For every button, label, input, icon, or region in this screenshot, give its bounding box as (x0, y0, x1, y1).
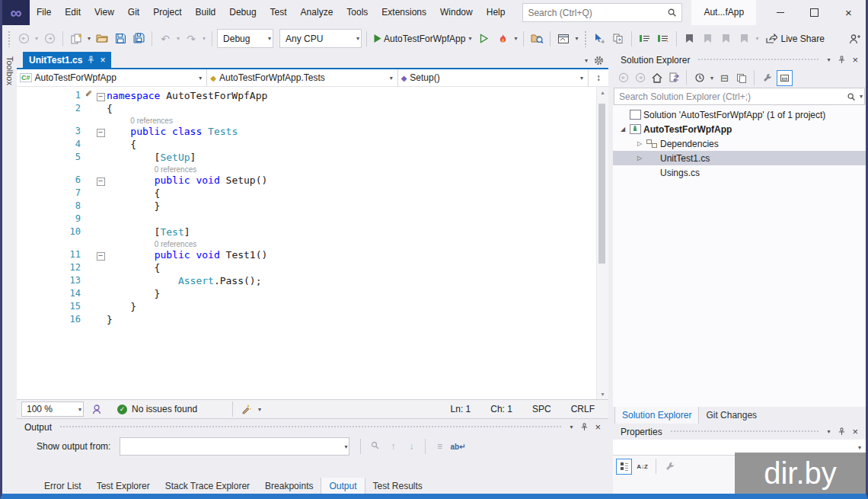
save-all-button[interactable] (130, 30, 147, 48)
collapse-region-icon[interactable]: – (97, 252, 105, 261)
code-editor[interactable]: 1–namespace AutoTestForWpfApp 2–{ – 0 re… (17, 87, 596, 399)
show-all-files-icon[interactable] (734, 71, 748, 85)
window-layout-icon[interactable] (555, 30, 572, 48)
window-layout-caret[interactable]: ▾ (573, 35, 579, 42)
toolbar-drag-handle[interactable] (8, 30, 11, 47)
save-button[interactable] (112, 30, 129, 48)
feedback-person-icon[interactable] (846, 30, 863, 48)
close-panel-icon[interactable]: × (595, 422, 601, 432)
tree-expander-icon[interactable]: ▷ (634, 140, 645, 147)
menu-item[interactable]: Window (433, 0, 480, 25)
code-line[interactable]: – 0 references (17, 164, 596, 174)
bottom-panel-tab[interactable]: Stack Trace Explorer (158, 478, 257, 494)
categorized-view-icon[interactable] (616, 459, 632, 475)
code-line[interactable]: 10– [Test] (17, 226, 596, 238)
navigate-backward-button[interactable] (15, 30, 32, 48)
menu-item[interactable]: Edit (58, 0, 88, 25)
start-without-debugging-button[interactable] (476, 30, 493, 48)
previous-message-icon[interactable]: ↑ (385, 441, 400, 452)
search-options-caret[interactable]: ▾ (858, 93, 864, 100)
close-tab-icon[interactable]: × (100, 56, 105, 65)
hot-reload-button[interactable] (494, 30, 511, 48)
navigate-forward-button[interactable] (41, 30, 58, 48)
tree-item-label[interactable]: Solution 'AutoTestForWpfApp' (1 of 1 pro… (642, 110, 825, 120)
code-line[interactable]: 6– public void Setup() (17, 174, 596, 187)
menu-item[interactable]: Analyze (294, 0, 340, 25)
open-folder-button[interactable] (94, 30, 110, 48)
live-share-button[interactable]: Live Share (764, 30, 826, 48)
bottom-panel-tab[interactable]: Breakpoints (257, 478, 321, 494)
new-project-caret[interactable]: ▾ (86, 35, 92, 42)
home-icon[interactable] (649, 71, 664, 85)
output-panel-header[interactable]: Output ▾ × (17, 419, 608, 435)
code-line[interactable]: 7– { (17, 187, 596, 200)
tree-item[interactable]: ▷ UnitTest1.cs (613, 151, 866, 165)
previous-bookmark-icon[interactable] (700, 30, 716, 48)
new-project-button[interactable] (68, 30, 85, 48)
menu-item[interactable]: File (30, 0, 58, 25)
solution-explorer-options-caret[interactable]: ▾ (825, 56, 831, 63)
undo-button[interactable]: ↶ (157, 30, 174, 48)
menu-item[interactable]: Git (121, 0, 146, 25)
collapse-region-icon[interactable]: – (97, 93, 105, 101)
tree-item-label[interactable]: AutoTestForWpfApp (642, 124, 732, 135)
pin-panel-icon[interactable] (838, 56, 845, 64)
start-project-label[interactable]: AutoTestForWpfApp (382, 34, 467, 44)
next-message-icon[interactable]: ↓ (404, 441, 419, 452)
sync-with-active-document-icon[interactable] (666, 71, 681, 85)
navigate-backward-caret[interactable]: ▾ (34, 35, 40, 42)
panel-grip[interactable] (697, 58, 819, 62)
scroll-down-icon[interactable]: ▼ (597, 389, 608, 399)
codelens-references[interactable]: 0 references (155, 240, 197, 248)
properties-wrench-icon[interactable] (760, 71, 774, 85)
toolbox-tab[interactable]: Toolbox (2, 52, 17, 494)
document-list-caret[interactable]: ▾ (583, 57, 589, 64)
hot-reload-caret[interactable]: ▾ (512, 35, 519, 42)
property-pages-wrench-icon[interactable] (662, 459, 677, 474)
find-in-files-icon[interactable] (528, 30, 545, 48)
maximize-button[interactable] (797, 0, 831, 25)
collapse-region-icon[interactable]: – (97, 178, 105, 186)
zoom-dropdown[interactable]: 100 % ▾ (21, 401, 84, 417)
start-debugging-button[interactable]: AutoTestForWpfApp ▾ (372, 30, 474, 48)
alphabetical-sort-icon[interactable]: A↓Z (635, 459, 649, 474)
codelens-references[interactable]: 0 references (155, 165, 197, 174)
menu-item[interactable]: Extensions (375, 0, 433, 25)
code-line[interactable]: 12– { (17, 261, 596, 274)
tree-item[interactable]: Usings.cs (613, 165, 866, 180)
code-line[interactable]: 15– } (17, 300, 596, 313)
se-back-icon[interactable] (616, 71, 630, 85)
send-feedback-icon[interactable] (91, 404, 102, 414)
toggle-bookmark-icon[interactable] (681, 30, 698, 48)
solution-search-input[interactable] (614, 91, 847, 102)
code-line[interactable]: 5– [SetUp] (17, 151, 596, 164)
type-dropdown[interactable]: ◆ AutoTestForWpfApp.Tests ▾ (207, 69, 397, 86)
find-message-icon[interactable] (367, 440, 382, 453)
collapse-region-icon[interactable]: – (97, 129, 105, 137)
tree-item-label[interactable]: Dependencies (659, 139, 719, 149)
pin-panel-icon[interactable] (838, 427, 845, 436)
menu-item[interactable]: Tools (340, 0, 375, 25)
uncomment-lines-icon[interactable] (655, 30, 672, 48)
tree-item[interactable]: Solution 'AutoTestForWpfApp' (1 of 1 pro… (613, 107, 866, 122)
clear-bookmarks-icon[interactable] (736, 30, 753, 48)
properties-options-caret[interactable]: ▾ (825, 428, 831, 435)
code-line[interactable]: 11– public void Test1() (17, 248, 596, 261)
search-icon[interactable] (667, 8, 681, 18)
menu-item[interactable]: Help (480, 0, 512, 25)
quick-search-box[interactable] (522, 3, 682, 22)
pin-tab-icon[interactable] (88, 56, 94, 64)
next-bookmark-icon[interactable] (718, 30, 735, 48)
project-dropdown[interactable]: C# AutoTestForWpfApp ▾ (17, 69, 207, 86)
tree-expander-icon[interactable]: ▷ (634, 155, 645, 162)
redo-caret[interactable]: ▾ (201, 35, 207, 42)
solution-explorer-header[interactable]: Solution Explorer ▾ × (613, 52, 866, 68)
column-indicator[interactable]: Ch: 1 (490, 404, 512, 414)
code-cleanup-icon[interactable] (241, 404, 252, 414)
pending-changes-filter-icon[interactable] (692, 71, 707, 85)
panel-grip[interactable] (59, 425, 562, 429)
comment-lines-icon[interactable] (637, 30, 653, 48)
code-line[interactable]: 3– public class Tests (17, 125, 596, 138)
panel-grip[interactable] (670, 430, 820, 433)
output-source-dropdown[interactable]: ▾ (120, 437, 349, 456)
